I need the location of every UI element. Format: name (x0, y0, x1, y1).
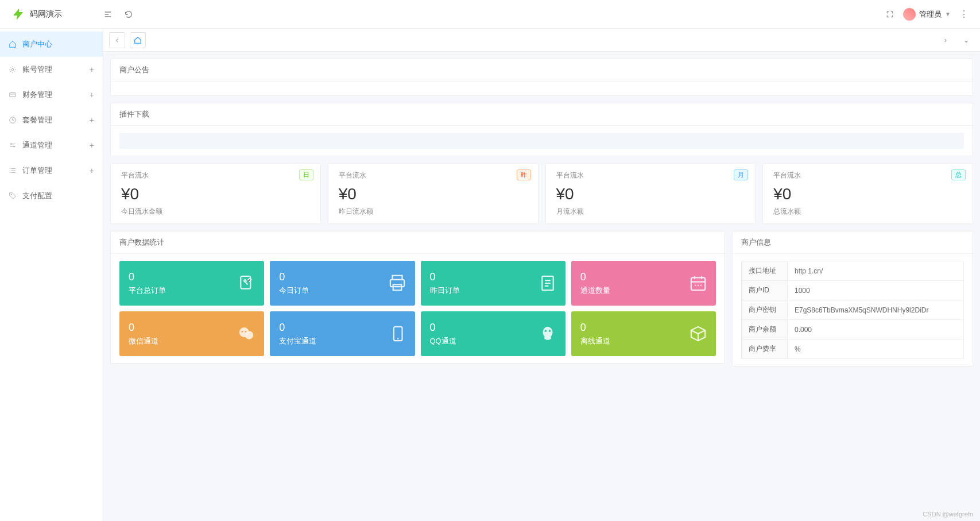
plugin-title: 插件下载 (111, 103, 973, 126)
qq-icon (538, 324, 557, 344)
gear-icon (9, 65, 17, 74)
data-card-3[interactable]: 0通道数量 (571, 261, 716, 306)
sidebar-item-6[interactable]: 支付配置 (0, 183, 103, 209)
stat-desc: 今日流水金额 (121, 207, 310, 217)
stat-badge: 昨 (517, 169, 531, 180)
watermark: CSDN @wefgrefn (923, 511, 973, 518)
user-label: 管理员 (919, 9, 942, 20)
svg-point-21 (245, 331, 247, 333)
svg-rect-12 (393, 284, 401, 290)
header-right-controls: 管理员 ▼ ⋮ (885, 8, 969, 21)
data-card-7[interactable]: 0离线通道 (571, 311, 716, 356)
sidebar-item-label: 通道管理 (22, 140, 52, 150)
caret-down-icon: ▼ (945, 11, 951, 17)
sidebar-item-4[interactable]: 通道管理+ (0, 133, 103, 158)
sidebar-item-label: 支付配置 (22, 191, 52, 201)
tab-next-button[interactable]: › (938, 32, 954, 48)
svg-point-6 (10, 170, 10, 171)
info-row-3: 商户余额0.000 (742, 320, 964, 339)
card-label: QQ通道 (430, 336, 556, 346)
sidebar-item-3[interactable]: 套餐管理+ (0, 107, 103, 133)
merchant-info-title: 商户信息 (733, 231, 973, 254)
tag-icon (9, 192, 17, 200)
info-row-1: 商户ID1000 (742, 281, 964, 300)
data-card-1[interactable]: 0今日订单 (270, 261, 415, 306)
logo-icon (11, 7, 25, 21)
merchant-info-table: 接口地址http 1.cn/商户ID1000商户密钥E7gS8c6TbBvmaX… (741, 261, 964, 359)
tab-prev-button[interactable]: ‹ (109, 32, 125, 48)
wechat-icon (237, 324, 256, 344)
svg-point-15 (695, 284, 696, 285)
svg-rect-14 (691, 277, 705, 290)
data-card-5[interactable]: 0支付宝通道 (270, 311, 415, 356)
info-row-0: 接口地址http 1.cn/ (742, 261, 964, 281)
sidebar-item-1[interactable]: 账号管理+ (0, 57, 103, 82)
data-card-2[interactable]: 0昨日订单 (421, 261, 565, 306)
sidebar-item-label: 订单管理 (22, 165, 52, 176)
tabs-bar: ‹ › ⌄ (103, 29, 980, 52)
plugin-empty-bar (119, 133, 964, 149)
data-stats-grid: 0平台总订单0今日订单0昨日订单0通道数量0微信通道0支付宝通道0QQ通道0离线… (119, 261, 716, 356)
sliders-icon (9, 141, 17, 149)
card-number: 0 (580, 322, 707, 334)
refresh-button[interactable] (124, 10, 133, 19)
sidebar-item-2[interactable]: 财务管理+ (0, 82, 103, 107)
fullscreen-button[interactable] (885, 10, 894, 19)
card-label: 离线通道 (580, 336, 707, 346)
stat-title: 平台流水 (773, 171, 962, 180)
expand-icon: + (90, 115, 94, 125)
info-key: 商户费率 (742, 339, 788, 359)
announcement-title: 商户公告 (111, 59, 973, 82)
stat-badge: 月 (734, 169, 748, 180)
home-icon (9, 40, 17, 48)
user-menu[interactable]: 管理员 ▼ (903, 8, 951, 21)
stat-desc: 总流水额 (773, 207, 962, 217)
data-card-4[interactable]: 0微信通道 (119, 311, 264, 356)
card-label: 昨日订单 (430, 285, 556, 296)
card-number: 0 (129, 271, 255, 283)
data-card-6[interactable]: 0QQ通道 (421, 311, 565, 356)
info-key: 商户密钥 (742, 300, 788, 320)
tab-dropdown-button[interactable]: ⌄ (958, 32, 974, 48)
tab-home-button[interactable] (130, 32, 146, 48)
calendar-icon (688, 273, 708, 293)
stat-desc: 月流水额 (556, 207, 745, 217)
card-label: 微信通道 (129, 336, 255, 346)
logo-area: 码网演示 (11, 7, 103, 21)
clock-icon (9, 116, 17, 124)
expand-icon: + (90, 141, 94, 150)
info-row-2: 商户密钥E7gS8c6TbBvmaXM5qSNWDHNHy9l2DiDr (742, 300, 964, 320)
main-area: ‹ › ⌄ 商户公告 插件下载 平台流水日¥0今日流水金额平台流水昨¥0昨日流水… (103, 29, 980, 521)
svg-point-16 (698, 284, 699, 285)
phone-icon (388, 324, 407, 344)
sidebar-item-label: 财务管理 (22, 90, 52, 100)
data-card-0[interactable]: 0平台总订单 (119, 261, 264, 306)
info-row-4: 商户费率% (742, 339, 964, 359)
sidebar-item-label: 商户中心 (22, 39, 52, 49)
file-icon (538, 273, 557, 293)
stat-badge: 日 (299, 169, 313, 180)
collapse-menu-button[interactable] (103, 10, 113, 19)
data-stats-panel: 商户数据统计 0平台总订单0今日订单0昨日订单0通道数量0微信通道0支付宝通道0… (110, 231, 725, 364)
card-label: 平台总订单 (129, 285, 255, 296)
svg-point-27 (549, 330, 551, 332)
more-button[interactable]: ⋮ (959, 9, 969, 20)
sidebar: 商户中心账号管理+财务管理+套餐管理+通道管理+订单管理+支付配置 (0, 29, 103, 521)
stat-value: ¥0 (121, 185, 310, 203)
flow-stats-row: 平台流水日¥0今日流水金额平台流水昨¥0昨日流水额平台流水月¥0月流水额平台流水… (110, 163, 973, 224)
content: 商户公告 插件下载 平台流水日¥0今日流水金额平台流水昨¥0昨日流水额平台流水月… (103, 52, 980, 521)
info-key: 商户ID (742, 281, 788, 300)
stat-title: 平台流水 (339, 171, 528, 180)
stat-value: ¥0 (773, 185, 962, 203)
info-value: 1000 (788, 281, 964, 300)
site-title: 码网演示 (30, 9, 62, 20)
svg-point-0 (11, 68, 14, 71)
svg-point-3 (11, 144, 12, 145)
sidebar-item-5[interactable]: 订单管理+ (0, 158, 103, 183)
flow-stat-card-0: 平台流水日¥0今日流水金额 (110, 163, 321, 224)
expand-icon: + (90, 90, 94, 99)
svg-point-17 (700, 284, 702, 285)
card-number: 0 (279, 322, 405, 334)
card-number: 0 (279, 271, 405, 283)
sidebar-item-0[interactable]: 商户中心 (0, 32, 103, 57)
